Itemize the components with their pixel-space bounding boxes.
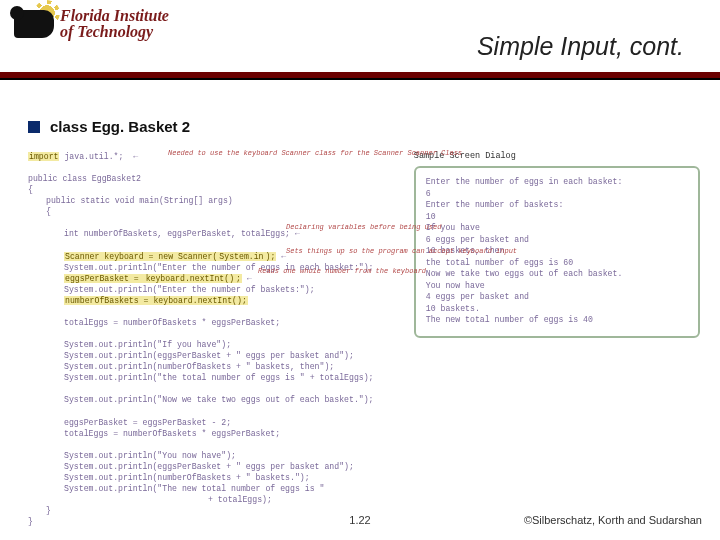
annot-import: Needed to use the keyboard Scanner class… xyxy=(168,149,462,158)
square-bullet-icon xyxy=(28,121,40,133)
title-underline xyxy=(0,72,720,80)
logo-line2: of Technology xyxy=(60,24,169,40)
copyright: ©Silberschatz, Korth and Sudarshan xyxy=(524,514,702,526)
panther-sun-icon xyxy=(12,4,56,44)
bullet: class Egg. Basket 2 xyxy=(28,118,700,135)
logo-line1: Florida Institute xyxy=(60,8,169,24)
bullet-text: class Egg. Basket 2 xyxy=(50,118,190,135)
logo: Florida Institute of Technology xyxy=(12,4,169,44)
logo-text: Florida Institute of Technology xyxy=(60,8,169,40)
slide-title: Simple Input, cont. xyxy=(477,32,684,61)
annot-scanner: Sets things up so the program can accept… xyxy=(286,247,517,256)
annot-decl: Declaring variables before being used xyxy=(286,223,441,232)
hl-import: import xyxy=(28,152,59,161)
figure: import java.util.*; ← Needed to use the … xyxy=(28,151,700,540)
sample-dialog: Sample Screen Dialog Enter the number of… xyxy=(414,151,700,540)
header: Florida Institute of Technology Simple I… xyxy=(0,0,720,76)
code-listing: import java.util.*; ← Needed to use the … xyxy=(28,151,386,540)
annot-read: Reads one whole number from the keyboard xyxy=(258,267,426,276)
content: class Egg. Basket 2 import java.util.*; … xyxy=(28,118,700,540)
